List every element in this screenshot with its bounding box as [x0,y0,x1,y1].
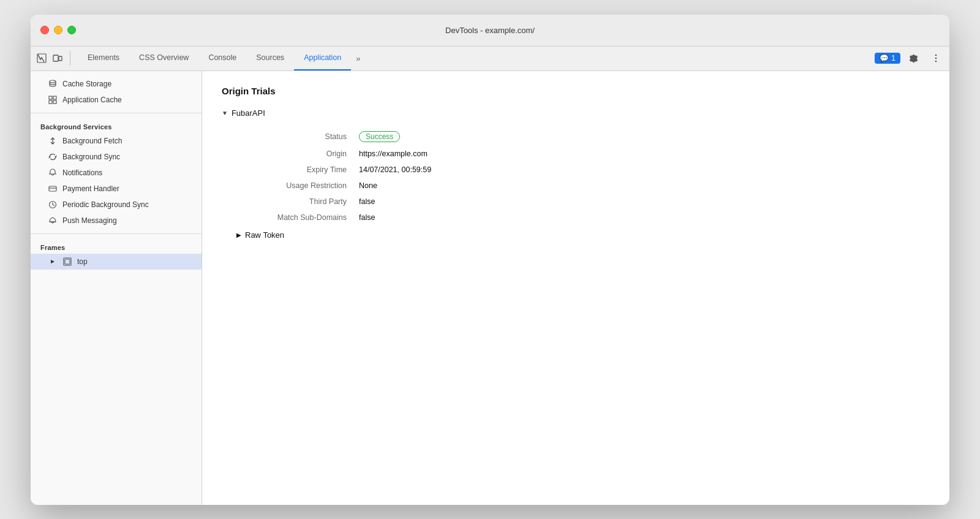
api-name: FubarAPI [232,108,265,118]
tab-sources[interactable]: Sources [246,47,294,70]
tab-elements[interactable]: Elements [78,47,129,70]
tab-application[interactable]: Application [294,47,351,70]
raw-token-row[interactable]: ▶ Raw Token [236,230,930,240]
payment-handler-label: Payment Handler [62,184,119,193]
field-value-status: Success [359,131,400,142]
minimize-button[interactable] [54,26,62,34]
sidebar: Cache Storage Application Cache Backgrou… [31,71,202,505]
frames-top-arrow-icon [48,257,58,267]
close-button[interactable] [40,26,49,34]
application-cache-label: Application Cache [62,96,122,104]
field-label-third-party: Third Party [236,197,359,206]
status-badge: Success [359,131,400,142]
push-messaging-label: Push Messaging [62,216,117,225]
application-cache-icon [48,95,58,105]
svg-marker-15 [51,260,55,263]
raw-token-label: Raw Token [245,230,284,240]
frames-header: Frames [31,239,202,254]
field-label-status: Status [236,132,359,141]
inspect-icon[interactable] [36,52,48,64]
tab-divider [70,51,70,66]
field-label-usage-restriction: Usage Restriction [236,181,359,190]
sidebar-item-application-cache[interactable]: Application Cache [31,92,202,108]
background-fetch-label: Background Fetch [62,137,122,145]
notification-count: 1 [891,54,895,63]
sidebar-item-cache-storage[interactable]: Cache Storage [31,76,202,92]
field-value-expiry-time: 14/07/2021, 00:59:59 [359,165,431,174]
sidebar-item-periodic-background-sync[interactable]: Periodic Background Sync [31,197,202,213]
window-title: DevTools - example.com/ [445,26,535,35]
cache-storage-label: Cache Storage [62,80,111,88]
field-row-usage-restriction: Usage Restriction None [236,178,930,194]
sidebar-item-frames-top[interactable]: top [31,254,202,270]
svg-rect-1 [53,55,58,61]
main-content: Cache Storage Application Cache Backgrou… [31,71,949,505]
frames-top-frame-icon [62,257,72,267]
field-row-match-sub-domains: Match Sub-Domains false [236,210,930,225]
periodic-background-sync-label: Periodic Background Sync [62,200,149,209]
field-row-status: Status Success [236,127,930,146]
periodic-background-sync-icon [48,200,58,210]
notifications-label: Notifications [62,169,102,177]
svg-rect-7 [49,96,52,99]
sidebar-item-notifications[interactable]: Notifications [31,165,202,181]
tab-bar-left-tools [36,47,73,70]
field-value-match-sub-domains: false [359,213,375,222]
svg-rect-9 [49,100,52,104]
background-fetch-icon [48,136,58,146]
field-label-match-sub-domains: Match Sub-Domains [236,213,359,222]
api-expand-arrow: ▼ [222,110,228,116]
panel-title: Origin Trials [222,86,930,96]
notification-badge[interactable]: 💬 1 [875,53,900,64]
field-row-third-party: Third Party false [236,194,930,210]
sidebar-item-push-messaging[interactable]: Push Messaging [31,213,202,229]
traffic-lights [40,26,76,34]
content-panel: Origin Trials ▼ FubarAPI Status Success … [202,71,949,505]
svg-rect-2 [59,56,62,61]
svg-rect-10 [53,100,56,104]
api-section: ▼ FubarAPI Status Success Origin https:/… [222,108,930,240]
notification-icon: 💬 [880,54,889,63]
svg-point-4 [935,58,937,59]
svg-rect-8 [53,96,56,99]
tab-bar-right: 💬 1 [875,47,944,70]
tab-console[interactable]: Console [198,47,246,70]
tab-more-button[interactable]: » [351,47,365,70]
sidebar-divider-2 [31,233,202,234]
svg-point-6 [50,80,56,83]
notifications-icon [48,168,58,178]
svg-rect-17 [65,259,70,264]
field-row-origin: Origin https://example.com [236,146,930,162]
cache-storage-icon [48,79,58,89]
tab-bar: Elements CSS Overview Console Sources Ap… [31,47,949,71]
field-label-expiry-time: Expiry Time [236,165,359,174]
field-value-third-party: false [359,197,375,206]
maximize-button[interactable] [67,26,76,34]
tab-css-overview[interactable]: CSS Overview [129,47,198,70]
settings-button[interactable] [905,50,922,67]
api-header[interactable]: ▼ FubarAPI [222,108,930,118]
title-bar: DevTools - example.com/ [31,15,949,47]
more-options-button[interactable] [927,50,944,67]
svg-point-5 [935,61,937,63]
push-messaging-icon [48,216,58,225]
field-value-usage-restriction: None [359,181,377,190]
background-services-header: Background Services [31,118,202,133]
background-sync-icon [48,152,58,162]
sidebar-divider-1 [31,113,202,113]
devtools-window: DevTools - example.com/ Elements CSS [31,15,949,505]
frames-top-label: top [77,257,88,266]
raw-token-arrow: ▶ [236,232,241,238]
svg-rect-11 [49,186,56,191]
sidebar-item-payment-handler[interactable]: Payment Handler [31,181,202,197]
background-sync-label: Background Sync [62,153,120,161]
svg-point-3 [935,55,937,56]
field-row-expiry-time: Expiry Time 14/07/2021, 00:59:59 [236,162,930,178]
field-label-origin: Origin [236,150,359,158]
device-toggle-icon[interactable] [51,52,64,64]
payment-handler-icon [48,184,58,194]
sidebar-item-background-fetch[interactable]: Background Fetch [31,133,202,149]
field-value-origin: https://example.com [359,150,428,158]
sidebar-item-background-sync[interactable]: Background Sync [31,149,202,165]
